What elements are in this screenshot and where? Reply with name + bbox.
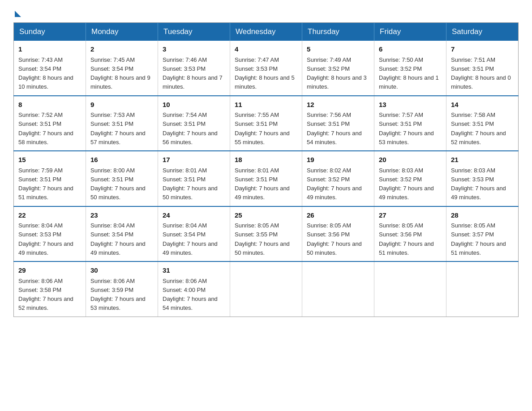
- day-info: Sunrise: 7:52 AMSunset: 3:51 PMDaylight:…: [18, 111, 73, 146]
- day-number: 23: [90, 210, 153, 221]
- calendar-cell: [446, 261, 519, 317]
- day-number: 28: [451, 210, 514, 221]
- calendar-cell: 16Sunrise: 8:00 AMSunset: 3:51 PMDayligh…: [86, 151, 158, 206]
- weekday-header-wednesday: Wednesday: [230, 23, 302, 41]
- calendar-cell: 30Sunrise: 8:06 AMSunset: 3:59 PMDayligh…: [86, 261, 158, 317]
- day-number: 30: [90, 265, 153, 276]
- weekday-header-monday: Monday: [86, 23, 158, 41]
- day-number: 21: [451, 155, 514, 165]
- day-info: Sunrise: 7:57 AMSunset: 3:51 PMDaylight:…: [379, 111, 434, 146]
- calendar-cell: 23Sunrise: 8:04 AMSunset: 3:54 PMDayligh…: [86, 206, 158, 262]
- day-info: Sunrise: 8:02 AMSunset: 3:52 PMDaylight:…: [307, 167, 362, 201]
- day-info: Sunrise: 7:43 AMSunset: 3:54 PMDaylight:…: [18, 56, 73, 90]
- day-number: 4: [235, 44, 297, 55]
- page-header: [13, 9, 519, 14]
- calendar-cell: 29Sunrise: 8:06 AMSunset: 3:58 PMDayligh…: [14, 261, 86, 317]
- calendar-cell: 8Sunrise: 7:52 AMSunset: 3:51 PMDaylight…: [14, 96, 86, 151]
- calendar-cell: 18Sunrise: 8:01 AMSunset: 3:51 PMDayligh…: [230, 151, 302, 206]
- weekday-header-sunday: Sunday: [14, 23, 86, 41]
- day-number: 29: [18, 265, 81, 276]
- weekday-header-thursday: Thursday: [302, 23, 374, 41]
- calendar-cell: 14Sunrise: 7:58 AMSunset: 3:51 PMDayligh…: [446, 96, 519, 151]
- day-number: 17: [163, 155, 225, 165]
- calendar-cell: [374, 261, 446, 317]
- day-number: 16: [90, 155, 153, 165]
- logo-arrow-icon: [15, 11, 21, 17]
- calendar-cell: 19Sunrise: 8:02 AMSunset: 3:52 PMDayligh…: [302, 151, 374, 206]
- calendar-cell: 22Sunrise: 8:04 AMSunset: 3:53 PMDayligh…: [14, 206, 86, 262]
- day-number: 31: [163, 265, 225, 276]
- day-info: Sunrise: 7:47 AMSunset: 3:53 PMDaylight:…: [235, 56, 295, 90]
- calendar-cell: 25Sunrise: 8:05 AMSunset: 3:55 PMDayligh…: [230, 206, 302, 262]
- day-number: 13: [379, 100, 442, 110]
- day-number: 11: [235, 100, 297, 110]
- calendar-cell: 20Sunrise: 8:03 AMSunset: 3:52 PMDayligh…: [374, 151, 446, 206]
- calendar-cell: 26Sunrise: 8:05 AMSunset: 3:56 PMDayligh…: [302, 206, 374, 262]
- day-number: 18: [235, 155, 297, 165]
- calendar-cell: [230, 261, 302, 317]
- calendar-cell: 17Sunrise: 8:01 AMSunset: 3:51 PMDayligh…: [158, 151, 230, 206]
- day-info: Sunrise: 7:54 AMSunset: 3:51 PMDaylight:…: [163, 111, 218, 146]
- day-number: 27: [379, 210, 442, 221]
- calendar-cell: 12Sunrise: 7:56 AMSunset: 3:51 PMDayligh…: [302, 96, 374, 151]
- day-number: 2: [90, 44, 153, 55]
- day-info: Sunrise: 7:56 AMSunset: 3:51 PMDaylight:…: [307, 111, 362, 146]
- day-info: Sunrise: 8:01 AMSunset: 3:51 PMDaylight:…: [163, 167, 218, 201]
- day-number: 9: [90, 100, 153, 110]
- day-info: Sunrise: 8:05 AMSunset: 3:56 PMDaylight:…: [307, 222, 362, 256]
- day-number: 26: [307, 210, 369, 221]
- calendar-table: SundayMondayTuesdayWednesdayThursdayFrid…: [13, 22, 519, 317]
- calendar-cell: 27Sunrise: 8:05 AMSunset: 3:56 PMDayligh…: [374, 206, 446, 262]
- day-number: 5: [307, 44, 369, 55]
- day-info: Sunrise: 7:50 AMSunset: 3:52 PMDaylight:…: [379, 56, 439, 90]
- calendar-cell: 28Sunrise: 8:05 AMSunset: 3:57 PMDayligh…: [446, 206, 519, 262]
- day-number: 3: [163, 44, 225, 55]
- calendar-week-row: 15Sunrise: 7:59 AMSunset: 3:51 PMDayligh…: [14, 151, 519, 206]
- day-info: Sunrise: 8:05 AMSunset: 3:56 PMDaylight:…: [379, 222, 434, 256]
- logo: [13, 9, 21, 14]
- calendar-week-row: 8Sunrise: 7:52 AMSunset: 3:51 PMDaylight…: [14, 96, 519, 151]
- day-info: Sunrise: 8:04 AMSunset: 3:54 PMDaylight:…: [163, 222, 218, 256]
- day-number: 19: [307, 155, 369, 165]
- day-number: 14: [451, 100, 514, 110]
- calendar-cell: 2Sunrise: 7:45 AMSunset: 3:54 PMDaylight…: [86, 41, 158, 96]
- day-info: Sunrise: 7:51 AMSunset: 3:51 PMDaylight:…: [451, 56, 511, 90]
- weekday-header-row: SundayMondayTuesdayWednesdayThursdayFrid…: [14, 23, 519, 41]
- day-number: 25: [235, 210, 297, 221]
- day-info: Sunrise: 8:04 AMSunset: 3:54 PMDaylight:…: [90, 222, 146, 256]
- day-number: 22: [18, 210, 81, 221]
- day-info: Sunrise: 8:03 AMSunset: 3:53 PMDaylight:…: [451, 167, 506, 201]
- day-info: Sunrise: 8:01 AMSunset: 3:51 PMDaylight:…: [235, 167, 290, 201]
- day-number: 20: [379, 155, 442, 165]
- day-number: 8: [18, 100, 81, 110]
- calendar-week-row: 29Sunrise: 8:06 AMSunset: 3:58 PMDayligh…: [14, 261, 519, 317]
- calendar-cell: 11Sunrise: 7:55 AMSunset: 3:51 PMDayligh…: [230, 96, 302, 151]
- day-info: Sunrise: 7:55 AMSunset: 3:51 PMDaylight:…: [235, 111, 290, 146]
- day-number: 24: [163, 210, 225, 221]
- calendar-cell: 4Sunrise: 7:47 AMSunset: 3:53 PMDaylight…: [230, 41, 302, 96]
- day-info: Sunrise: 8:00 AMSunset: 3:51 PMDaylight:…: [90, 167, 146, 201]
- calendar-week-row: 22Sunrise: 8:04 AMSunset: 3:53 PMDayligh…: [14, 206, 519, 262]
- day-info: Sunrise: 8:06 AMSunset: 3:59 PMDaylight:…: [90, 278, 146, 312]
- calendar-cell: 15Sunrise: 7:59 AMSunset: 3:51 PMDayligh…: [14, 151, 86, 206]
- weekday-header-friday: Friday: [374, 23, 446, 41]
- weekday-header-saturday: Saturday: [446, 23, 519, 41]
- day-info: Sunrise: 7:53 AMSunset: 3:51 PMDaylight:…: [90, 111, 146, 146]
- calendar-cell: 6Sunrise: 7:50 AMSunset: 3:52 PMDaylight…: [374, 41, 446, 96]
- calendar-cell: 9Sunrise: 7:53 AMSunset: 3:51 PMDaylight…: [86, 96, 158, 151]
- weekday-header-tuesday: Tuesday: [158, 23, 230, 41]
- day-number: 1: [18, 44, 81, 55]
- day-info: Sunrise: 8:04 AMSunset: 3:53 PMDaylight:…: [18, 222, 73, 256]
- calendar-week-row: 1Sunrise: 7:43 AMSunset: 3:54 PMDaylight…: [14, 41, 519, 96]
- calendar-cell: 31Sunrise: 8:06 AMSunset: 4:00 PMDayligh…: [158, 261, 230, 317]
- day-info: Sunrise: 7:59 AMSunset: 3:51 PMDaylight:…: [18, 167, 73, 201]
- calendar-cell: 10Sunrise: 7:54 AMSunset: 3:51 PMDayligh…: [158, 96, 230, 151]
- day-number: 12: [307, 100, 369, 110]
- calendar-cell: 7Sunrise: 7:51 AMSunset: 3:51 PMDaylight…: [446, 41, 519, 96]
- calendar-cell: 13Sunrise: 7:57 AMSunset: 3:51 PMDayligh…: [374, 96, 446, 151]
- day-info: Sunrise: 8:06 AMSunset: 3:58 PMDaylight:…: [18, 278, 73, 312]
- day-info: Sunrise: 7:45 AMSunset: 3:54 PMDaylight:…: [90, 56, 150, 90]
- calendar-cell: 1Sunrise: 7:43 AMSunset: 3:54 PMDaylight…: [14, 41, 86, 96]
- day-number: 7: [451, 44, 514, 55]
- calendar-cell: 5Sunrise: 7:49 AMSunset: 3:52 PMDaylight…: [302, 41, 374, 96]
